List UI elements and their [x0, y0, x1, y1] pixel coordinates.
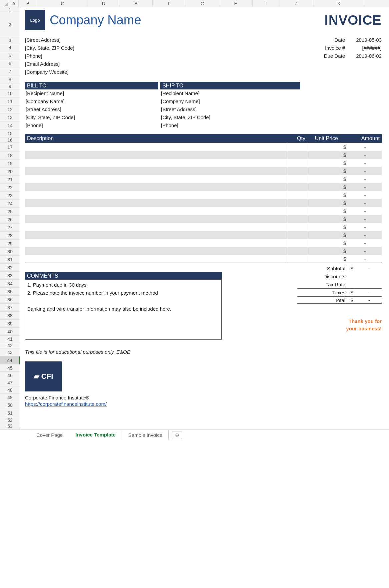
row-header-3[interactable]: 3 — [0, 37, 20, 43]
row-headers[interactable]: 1234567891011121314151617181920212223242… — [0, 7, 20, 429]
line-desc[interactable] — [25, 151, 288, 159]
column-header-E[interactable]: E — [119, 0, 153, 7]
line-unit-price[interactable] — [307, 167, 340, 175]
row-header-38[interactable]: 38 — [0, 312, 20, 320]
line-unit-price[interactable] — [307, 191, 340, 199]
column-header-B[interactable]: B — [19, 0, 37, 7]
row-header-8[interactable]: 8 — [0, 75, 20, 83]
line-desc[interactable] — [25, 143, 288, 151]
line-desc[interactable] — [25, 191, 288, 199]
line-qty[interactable] — [288, 207, 307, 215]
line-qty[interactable] — [288, 199, 307, 207]
row-header-29[interactable]: 29 — [0, 240, 20, 248]
row-header-44[interactable]: 44 — [0, 356, 20, 364]
line-desc[interactable] — [25, 247, 288, 255]
row-header-17[interactable]: 17 — [0, 143, 20, 152]
row-header-23[interactable]: 23 — [0, 192, 20, 200]
line-item-row[interactable]: $- — [25, 207, 382, 215]
line-item-row[interactable]: $- — [25, 247, 382, 255]
row-header-5[interactable]: 5 — [0, 51, 20, 59]
line-desc[interactable] — [25, 167, 288, 175]
row-header-22[interactable]: 22 — [0, 184, 20, 192]
line-desc[interactable] — [25, 175, 288, 183]
line-item-row[interactable]: $- — [25, 183, 382, 191]
line-unit-price[interactable] — [307, 215, 340, 223]
row-header-6[interactable]: 6 — [0, 59, 20, 67]
line-qty[interactable] — [288, 175, 307, 183]
line-qty[interactable] — [288, 247, 307, 255]
line-qty[interactable] — [288, 231, 307, 239]
column-header-I[interactable]: I — [253, 0, 280, 7]
column-headers[interactable]: ABCDEFGHIJK — [9, 0, 389, 7]
cfi-link[interactable]: https://corporatefinanceinstitute.com/ — [25, 401, 107, 407]
row-header-45[interactable]: 45 — [0, 364, 20, 372]
row-header-49[interactable]: 49 — [0, 394, 20, 401]
line-qty[interactable] — [288, 223, 307, 231]
row-header-37[interactable]: 37 — [0, 304, 20, 312]
row-header-52[interactable]: 52 — [0, 417, 20, 423]
row-header-48[interactable]: 48 — [0, 386, 20, 394]
line-desc[interactable] — [25, 199, 288, 207]
worksheet-area[interactable]: Logo Company Name INVOICE [Street Addres… — [20, 7, 389, 429]
column-header-J[interactable]: J — [280, 0, 313, 7]
line-item-row[interactable]: $- — [25, 223, 382, 231]
row-header-7[interactable]: 7 — [0, 67, 20, 75]
row-header-24[interactable]: 24 — [0, 200, 20, 208]
line-unit-price[interactable] — [307, 183, 340, 191]
line-item-row[interactable]: $- — [25, 255, 382, 263]
line-item-row[interactable]: $- — [25, 239, 382, 247]
line-unit-price[interactable] — [307, 223, 340, 231]
row-header-31[interactable]: 31 — [0, 256, 20, 264]
line-desc[interactable] — [25, 159, 288, 167]
sheet-tab-sample-invoice[interactable]: Sample Invoice — [122, 430, 169, 440]
column-header-F[interactable]: F — [153, 0, 186, 7]
row-header-41[interactable]: 41 — [0, 336, 20, 342]
select-all-cell[interactable] — [0, 0, 9, 7]
line-qty[interactable] — [288, 143, 307, 151]
row-header-42[interactable]: 42 — [0, 342, 20, 348]
line-item-row[interactable]: $- — [25, 199, 382, 207]
line-qty[interactable] — [288, 183, 307, 191]
row-header-9[interactable]: 9 — [0, 83, 20, 89]
line-qty[interactable] — [288, 191, 307, 199]
column-header-G[interactable]: G — [186, 0, 219, 7]
line-unit-price[interactable] — [307, 231, 340, 239]
row-header-43[interactable]: 43 — [0, 348, 20, 356]
line-item-row[interactable]: $- — [25, 159, 382, 167]
line-unit-price[interactable] — [307, 239, 340, 247]
line-item-row[interactable]: $- — [25, 151, 382, 159]
row-header-39[interactable]: 39 — [0, 320, 20, 328]
line-desc[interactable] — [25, 255, 288, 263]
line-unit-price[interactable] — [307, 207, 340, 215]
line-qty[interactable] — [288, 167, 307, 175]
column-header-A[interactable]: A — [9, 0, 19, 7]
line-item-row[interactable]: $- — [25, 167, 382, 175]
row-header-30[interactable]: 30 — [0, 248, 20, 256]
line-desc[interactable] — [25, 215, 288, 223]
column-header-K[interactable]: K — [313, 0, 365, 7]
sheet-tab-invoice-template[interactable]: Invoice Template — [69, 430, 122, 440]
row-header-20[interactable]: 20 — [0, 168, 20, 176]
row-header-2[interactable]: 2 — [0, 12, 20, 37]
line-unit-price[interactable] — [307, 255, 340, 263]
row-header-50[interactable]: 50 — [0, 401, 20, 409]
row-header-47[interactable]: 47 — [0, 379, 20, 386]
line-qty[interactable] — [288, 239, 307, 247]
line-qty[interactable] — [288, 255, 307, 263]
row-header-35[interactable]: 35 — [0, 288, 20, 296]
line-desc[interactable] — [25, 223, 288, 231]
row-header-21[interactable]: 21 — [0, 176, 20, 184]
line-item-row[interactable]: $- — [25, 191, 382, 199]
line-qty[interactable] — [288, 159, 307, 167]
row-header-12[interactable]: 12 — [0, 105, 20, 113]
row-header-33[interactable]: 33 — [0, 272, 20, 280]
row-header-32[interactable]: 32 — [0, 264, 20, 272]
row-header-18[interactable]: 18 — [0, 152, 20, 160]
row-header-46[interactable]: 46 — [0, 372, 20, 379]
row-header-53[interactable]: 53 — [0, 423, 20, 429]
row-header-25[interactable]: 25 — [0, 208, 20, 216]
row-header-19[interactable]: 19 — [0, 160, 20, 168]
column-header-H[interactable]: H — [219, 0, 253, 7]
row-header-51[interactable]: 51 — [0, 409, 20, 417]
row-header-15[interactable]: 15 — [0, 129, 20, 137]
